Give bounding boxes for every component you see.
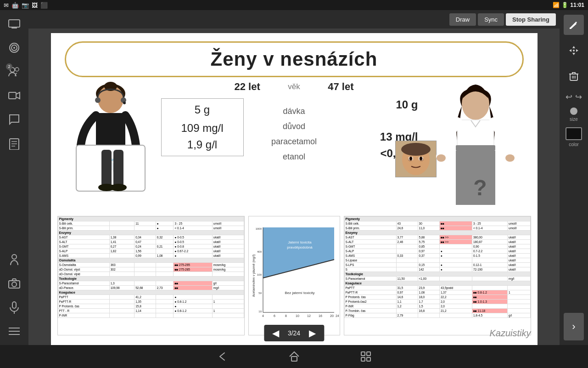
svg-text:50: 50 <box>258 292 262 294</box>
slide-content: Ženy v nesnázích <box>51 33 538 345</box>
left-person-area: 🦷 <box>56 81 166 205</box>
draw-button[interactable]: Draw <box>449 13 476 26</box>
color-picker[interactable] <box>566 127 582 140</box>
question-mark: ? <box>473 175 487 200</box>
email-icon: ✉ <box>4 2 9 9</box>
sidebar-users-icon[interactable]: 2 <box>5 62 23 81</box>
sidebar-notes-icon[interactable] <box>5 134 23 153</box>
clock: 11:01 <box>570 2 584 8</box>
chart-area: Acetaminofen v plazmě (mg/l) <box>248 216 340 335</box>
bottom-nav <box>0 345 588 368</box>
svg-point-24 <box>95 97 101 103</box>
sidebar-screen-icon[interactable] <box>5 15 23 33</box>
left-age: 22 let <box>235 81 260 93</box>
svg-text:10: 10 <box>258 310 262 313</box>
collapse-button[interactable]: › <box>564 313 584 340</box>
slide-area: Ženy v nesnázích <box>28 28 560 345</box>
status-icons-right: 📶 🔋 11:01 <box>553 2 584 8</box>
sidebar-video-icon[interactable] <box>5 86 23 105</box>
pencil-tool[interactable] <box>564 15 584 35</box>
prev-button[interactable]: ◀ <box>269 327 282 340</box>
sidebar-camera-icon[interactable] <box>5 274 23 293</box>
nav-bar: ◀ 3/24 ▶ <box>264 325 324 341</box>
svg-point-48 <box>505 154 515 162</box>
redo-button[interactable]: ↪ <box>575 92 582 102</box>
svg-point-33 <box>110 184 127 191</box>
delete-tool[interactable] <box>564 66 584 86</box>
left-dose-val: 5 g <box>171 103 234 116</box>
left-conc1-val: 109 mg/l <box>171 122 234 135</box>
svg-text:6: 6 <box>274 314 275 317</box>
svg-text:8: 8 <box>285 314 287 317</box>
middle-section: 🦷 5 g <box>56 81 533 214</box>
svg-rect-9 <box>10 139 19 150</box>
color-label: color <box>569 142 579 147</box>
battery-icon: 🔋 <box>561 2 568 8</box>
home-button[interactable] <box>286 348 302 365</box>
svg-text:400: 400 <box>257 250 262 253</box>
age-label: věk <box>288 82 300 91</box>
android-icon: 🤖 <box>11 2 19 9</box>
color-control[interactable]: color <box>566 127 582 147</box>
top-bar: Draw Sync Stop Sharing <box>28 10 560 28</box>
svg-point-4 <box>13 47 15 49</box>
sync-button[interactable]: Sync <box>478 13 504 26</box>
left-table: Pigmenty S-Bili celk.11●3 - 25umol/l S-B… <box>57 216 245 335</box>
sidebar-chat-icon[interactable] <box>5 110 23 129</box>
svg-rect-0 <box>9 20 20 27</box>
svg-rect-45 <box>456 145 495 151</box>
right-table: Pigmenty S-Bili celk.4330■■3 - 25umol/l … <box>344 216 531 335</box>
svg-text:10: 10 <box>296 314 299 317</box>
slide-title: Ženy v nesnázích <box>65 41 524 77</box>
main-area: 2 <box>0 10 588 345</box>
back-button[interactable] <box>214 348 231 365</box>
app-icon3: ⬛ <box>40 2 48 9</box>
users-badge: 2 <box>6 63 12 70</box>
right-dose-val: 10 g <box>336 98 418 111</box>
svg-rect-74 <box>361 352 365 356</box>
left-data-box: 5 g 109 mg/l 1,9 g/l <box>161 98 244 156</box>
svg-text:20: 20 <box>330 314 334 317</box>
sidebar-person-icon[interactable] <box>5 250 23 269</box>
svg-text:1000: 1000 <box>256 227 262 230</box>
right-age: 47 let <box>328 81 353 93</box>
svg-text:Bez jaterní toxicity: Bez jaterní toxicity <box>285 291 315 295</box>
page-indicator: 3/24 <box>288 329 300 337</box>
stop-sharing-button[interactable]: Stop Sharing <box>506 13 556 26</box>
svg-rect-76 <box>361 357 365 361</box>
svg-rect-7 <box>9 92 16 99</box>
svg-point-71 <box>573 50 575 51</box>
right-sidebar: ↩ ↪ size color › <box>560 10 588 345</box>
undo-button[interactable]: ↩ <box>566 92 572 102</box>
wifi-icon: 📶 <box>553 2 560 8</box>
sidebar-mic-icon[interactable] <box>5 298 23 317</box>
svg-point-13 <box>12 255 17 259</box>
size-indicator <box>570 108 577 115</box>
svg-point-6 <box>15 68 19 71</box>
next-button[interactable]: ▶ <box>306 327 319 340</box>
svg-rect-75 <box>367 352 370 356</box>
app-icon1: 📷 <box>22 2 29 9</box>
age-row: 22 let věk 47 let <box>235 81 354 93</box>
status-icons-left: ✉ 🤖 📷 🖼 ⬛ <box>4 2 48 9</box>
svg-rect-31 <box>113 150 123 187</box>
svg-text:12: 12 <box>307 314 311 317</box>
size-label: size <box>570 117 578 122</box>
app-icon2: 🖼 <box>32 2 38 9</box>
apps-button[interactable] <box>358 348 374 365</box>
svg-rect-73 <box>291 357 297 361</box>
svg-point-47 <box>437 154 446 162</box>
kazuistiky-label: Kazuistiky <box>489 328 531 339</box>
slide-container: Ženy v nesnázích <box>51 33 538 345</box>
move-tool[interactable] <box>564 40 584 61</box>
svg-marker-8 <box>16 92 20 99</box>
left-sidebar: 2 <box>0 10 28 345</box>
svg-point-15 <box>12 282 17 287</box>
sidebar-menu-icon[interactable] <box>5 322 23 340</box>
left-woman-svg: 🦷 <box>56 81 166 205</box>
svg-text:16: 16 <box>319 314 322 317</box>
svg-point-41 <box>409 157 412 160</box>
sidebar-target-icon[interactable] <box>5 39 23 57</box>
svg-text:Acetaminofen v plazmě (mg/l): Acetaminofen v plazmě (mg/l) <box>252 255 256 297</box>
undo-redo-group: ↩ ↪ <box>566 92 582 102</box>
